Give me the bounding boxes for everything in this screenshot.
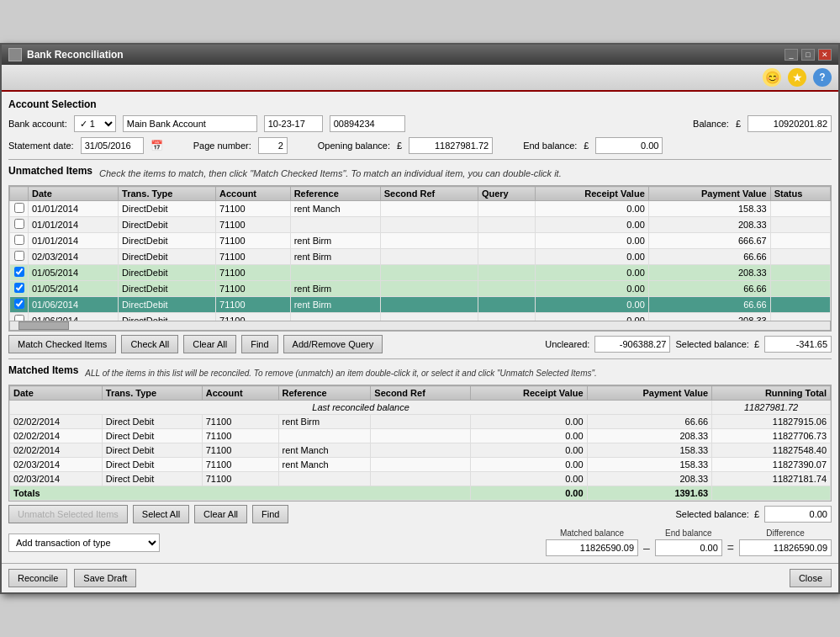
select-all-button[interactable]: Select All [133, 505, 189, 523]
row-ref [290, 217, 380, 233]
add-transaction-area: Add transaction of type [8, 533, 160, 552]
row-payment: 158.33 [587, 443, 712, 458]
matched-selected-balance-input[interactable]: 0.00 [764, 506, 832, 523]
bank-account-dropdown[interactable]: ✓ 1 [74, 115, 116, 132]
totals-receipt: 0.00 [471, 486, 587, 501]
calendar-icon[interactable]: 📅 [151, 140, 163, 151]
row-checkbox[interactable] [14, 283, 24, 293]
balance-summary-area: Matched balance 11826590.09 – End balanc… [546, 528, 832, 556]
row-payment: 66.66 [648, 297, 770, 313]
row-account: 71100 [216, 297, 291, 313]
balance-label: Balance: [693, 119, 729, 129]
row-payment: 208.33 [587, 429, 712, 443]
title-bar: Bank Reconciliation _ □ ✕ [2, 45, 838, 65]
end-balance-input[interactable]: 0.00 [595, 137, 663, 154]
last-reconciled-value: 11827981.72 [712, 401, 831, 415]
add-remove-query-button[interactable]: Add/Remove Query [283, 335, 383, 353]
row-running: 11827390.07 [712, 458, 831, 472]
match-checked-button[interactable]: Match Checked Items [8, 335, 116, 353]
matched-balance-input[interactable]: 11826590.09 [546, 539, 638, 556]
row-payment: 208.33 [648, 217, 770, 233]
table-row: 01/01/2014 DirectDebit 71100 0.00 208.33 [10, 217, 831, 233]
reconcile-button[interactable]: Reconcile [8, 569, 67, 587]
opening-balance-label: Opening balance: [318, 141, 390, 151]
row-ref: rent Manch [278, 443, 371, 458]
add-transaction-dropdown[interactable]: Add transaction of type [8, 533, 160, 552]
unmatched-buttons: Match Checked Items Check All Clear All … [8, 335, 383, 353]
row-checkbox[interactable] [14, 299, 24, 309]
row-checkbox[interactable] [14, 267, 24, 277]
table-row: 02/03/2014 DirectDebit 71100 rent Birm 0… [10, 249, 831, 265]
bank-account-row: Bank account: ✓ 1 Main Bank Account 10-2… [8, 115, 832, 132]
matched-table-scroll[interactable]: Date Trans. Type Account Reference Secon… [9, 385, 831, 501]
col-check [10, 187, 29, 201]
table-row: 01/05/2014 DirectDebit 71100 0.00 208.33 [10, 265, 831, 281]
unmatched-table-scroll[interactable]: Date Trans. Type Account Reference Secon… [9, 186, 831, 321]
row-payment: 158.33 [648, 201, 770, 217]
row-checkbox[interactable] [14, 219, 24, 229]
row-date: 01/06/2014 [29, 313, 119, 321]
balance-value-input[interactable]: 10920201.82 [748, 115, 832, 132]
row-trans: DirectDebit [119, 217, 216, 233]
row-ref [290, 265, 380, 281]
footer-left-buttons: Reconcile Save Draft [8, 569, 136, 587]
difference-input[interactable]: 11826590.09 [739, 539, 832, 556]
close-button[interactable]: Close [790, 569, 832, 587]
find-button[interactable]: Find [241, 335, 277, 353]
divider-2 [8, 358, 832, 359]
save-draft-button[interactable]: Save Draft [74, 569, 136, 587]
help-icon[interactable]: ? [813, 68, 832, 87]
col-account: Account [202, 386, 278, 401]
statement-date-input[interactable]: 31/05/2016 [81, 137, 144, 154]
table-row: 01/06/2014 DirectDebit 71100 rent Birm 0… [10, 297, 831, 313]
col-payment: Payment Value [648, 187, 770, 201]
row-receipt: 0.00 [471, 472, 587, 486]
matched-find-button[interactable]: Find [252, 505, 288, 523]
row-checkbox-cell [10, 217, 29, 233]
selected-balance-input[interactable]: -341.65 [764, 336, 832, 353]
row-ref: rent Birm [290, 281, 380, 297]
row-trans: DirectDebit [119, 297, 216, 313]
uncleared-value-input[interactable]: -906388.27 [594, 336, 670, 353]
matched-note: ALL of the items in this list will be re… [85, 369, 832, 378]
footer-bar: Reconcile Save Draft Close [2, 563, 838, 592]
bank-account-ref-input[interactable]: 00894234 [330, 115, 405, 132]
row-checkbox[interactable] [14, 235, 24, 245]
row-running: 11827548.40 [712, 443, 831, 458]
row-checkbox-cell [10, 297, 29, 313]
bank-account-name-input[interactable]: Main Bank Account [123, 115, 257, 132]
matched-selected-balance-area: Selected balance: £ 0.00 [675, 506, 832, 523]
totals-running [712, 486, 831, 501]
star-icon[interactable]: ★ [788, 68, 806, 87]
totals-row: Totals 0.00 1391.63 [10, 486, 831, 501]
matched-clear-all-button[interactable]: Clear All [194, 505, 247, 523]
statement-date-label: Statement date: [8, 141, 74, 151]
row-receipt: 0.00 [471, 458, 587, 472]
unmatched-header: Unmatched Items Check the items to match… [8, 165, 832, 182]
unmatched-h-scroll[interactable] [9, 321, 831, 331]
row-account: 71100 [202, 429, 278, 443]
row-running: 11827181.74 [712, 472, 831, 486]
close-window-button[interactable]: ✕ [818, 49, 832, 61]
main-content: Account Selection Bank account: ✓ 1 Main… [2, 92, 838, 563]
unmatch-selected-button[interactable]: Unmatch Selected Items [8, 505, 128, 523]
check-all-button[interactable]: Check All [121, 335, 178, 353]
row-checkbox[interactable] [14, 203, 24, 213]
row-query [478, 313, 535, 321]
row-checkbox[interactable] [14, 251, 24, 261]
end-balance-currency: £ [584, 141, 589, 151]
row-trans: DirectDebit [119, 249, 216, 265]
uncleared-label: Uncleared: [545, 339, 589, 349]
row-checkbox[interactable] [14, 315, 24, 321]
smiley-icon[interactable]: 😊 [763, 68, 781, 87]
bank-account-code-input[interactable]: 10-23-17 [264, 115, 323, 132]
row-payment: 66.66 [648, 249, 770, 265]
bottom-end-balance-input[interactable]: 0.00 [655, 539, 722, 556]
opening-balance-input[interactable]: 11827981.72 [409, 137, 493, 154]
uncleared-area: Uncleared: -906388.27 Selected balance: … [545, 336, 832, 353]
maximize-button[interactable]: □ [801, 49, 815, 61]
minimize-button[interactable]: _ [785, 49, 798, 61]
statement-date-row: Statement date: 31/05/2016 📅 Page number… [8, 137, 832, 154]
page-number-input[interactable]: 2 [258, 137, 288, 154]
clear-all-button[interactable]: Clear All [183, 335, 236, 353]
